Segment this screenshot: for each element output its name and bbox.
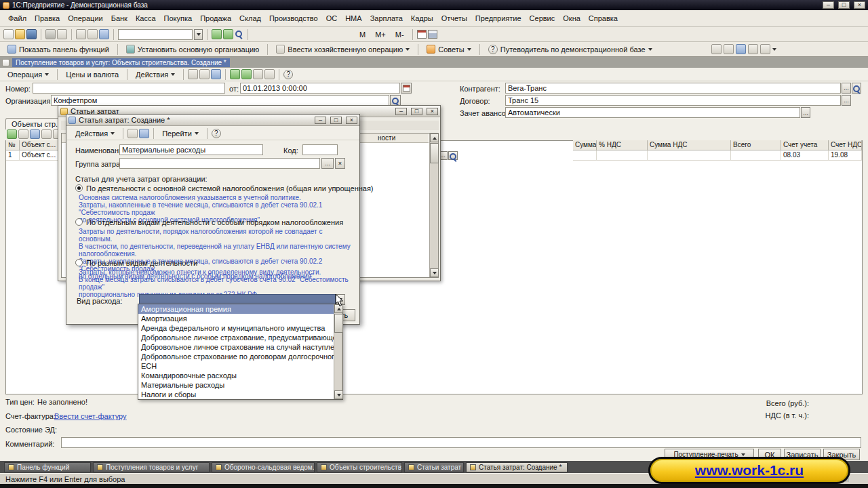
toolbar-combo[interactable] <box>118 29 193 40</box>
radio-mixed-activity[interactable] <box>75 259 83 266</box>
grid-row-sum[interactable] <box>573 150 597 161</box>
dialog-minimize-button[interactable]: – <box>315 117 326 124</box>
menu-fixed-assets[interactable]: ОС <box>322 12 342 24</box>
menu-cash[interactable]: Касса <box>132 12 160 24</box>
dropdown-item[interactable]: Добровольное личное страхование, предусм… <box>138 333 334 342</box>
forward-arrow-icon[interactable] <box>223 29 233 39</box>
scroll-down-icon[interactable] <box>430 268 439 277</box>
scroll-up-icon[interactable] <box>430 134 439 142</box>
menu-enterprise[interactable]: Предприятие <box>471 12 526 24</box>
grid-header-vat-percent[interactable]: % НДС <box>597 140 648 150</box>
menu-file[interactable]: Файл <box>4 12 31 24</box>
open-icon[interactable] <box>15 29 25 39</box>
code-input[interactable] <box>302 144 338 155</box>
group-input[interactable] <box>119 158 320 169</box>
grid-row-number[interactable]: 1 <box>6 150 20 161</box>
date-input[interactable]: 01.01.2013 0:00:00 <box>240 83 400 94</box>
business-operation-button[interactable]: Ввести хозяйственную операцию <box>272 43 414 56</box>
help-icon[interactable]: ? <box>283 70 293 79</box>
contract-select-button[interactable]: ... <box>842 95 851 106</box>
maximize-button[interactable]: □ <box>838 1 850 9</box>
service-icon[interactable] <box>748 44 758 54</box>
scroll-thumb[interactable] <box>430 143 439 163</box>
window-cascade-icon[interactable] <box>724 44 734 54</box>
radio-main-tax-system[interactable] <box>75 184 83 192</box>
more-tools-arrow-icon[interactable] <box>772 48 776 51</box>
toolbar-combo-arrow-icon[interactable] <box>194 29 203 40</box>
dropdown-item[interactable]: Командировочные расходы <box>138 371 334 380</box>
copy-icon[interactable] <box>87 29 98 39</box>
menu-hr[interactable]: Кадры <box>407 12 437 24</box>
advance-select-button[interactable]: ... <box>801 107 810 118</box>
cell-search-button[interactable] <box>448 151 458 160</box>
add-row-icon[interactable] <box>7 129 17 139</box>
grid-header-vat-sum[interactable]: Сумма НДС <box>648 140 731 150</box>
taskbar-tab-cost-items[interactable]: Статьи затрат <box>404 462 464 472</box>
window-tile-icon[interactable] <box>736 44 746 54</box>
set-main-organization-button[interactable]: Установить основную организацию <box>122 43 264 56</box>
post-document-icon[interactable] <box>211 69 221 79</box>
taskbar-tab-construction-objects[interactable]: Объекты строительства <box>317 462 402 472</box>
dialog-close-button[interactable]: × <box>346 117 357 124</box>
search-icon[interactable] <box>235 30 243 39</box>
scroll-thumb[interactable] <box>334 314 343 333</box>
list-scrollbar[interactable] <box>429 134 438 277</box>
sort-desc-icon[interactable] <box>241 69 252 79</box>
contractor-search-button[interactable] <box>852 83 861 94</box>
refresh-icon[interactable] <box>188 69 198 79</box>
taskbar-tab-function-panel[interactable]: Панель функций <box>4 462 91 472</box>
operation-menu-button[interactable]: Операция <box>3 68 53 81</box>
radio-mixed-activity-label[interactable]: По разным видам деятельности <box>86 258 197 268</box>
tips-button[interactable]: Советы <box>422 43 475 56</box>
organization-search-button[interactable] <box>390 95 401 106</box>
grid-row-vat-account[interactable]: 19.08 <box>829 150 862 161</box>
radio-special-tax-system-label[interactable]: По отдельным видам деятельности с особым… <box>86 218 343 227</box>
menu-bank[interactable]: Банк <box>107 12 132 24</box>
enter-invoice-link[interactable]: Ввести счет-фактуру <box>54 411 127 421</box>
grid-header-number[interactable]: № <box>6 140 20 150</box>
filter-icon[interactable] <box>253 69 263 79</box>
structure-icon[interactable] <box>264 69 275 79</box>
menu-salary[interactable]: Зарплата <box>366 12 407 24</box>
menu-windows[interactable]: Окна <box>559 12 585 24</box>
minimize-button[interactable]: – <box>823 1 834 9</box>
dialog-goto-button[interactable]: Перейти <box>158 127 203 140</box>
print-preview-icon[interactable] <box>57 29 67 39</box>
group-clear-button[interactable]: × <box>335 158 345 169</box>
menu-intangible-assets[interactable]: НМА <box>341 12 366 24</box>
dialog-help-icon[interactable]: ? <box>212 129 221 138</box>
copy-row-icon[interactable] <box>199 69 210 79</box>
print-icon[interactable] <box>45 29 56 39</box>
demo-guide-button[interactable]: ? Путеводитель по демонстрационной базе <box>484 43 656 56</box>
name-input[interactable]: Материальные расходы <box>119 144 263 155</box>
dropdown-item[interactable]: Амортизационная премия <box>138 304 334 314</box>
menu-operations[interactable]: Операции <box>64 12 106 24</box>
grid-header-account[interactable]: Счет учета <box>781 140 829 150</box>
list-close-button[interactable]: × <box>427 108 438 115</box>
scroll-down-icon[interactable] <box>334 390 343 399</box>
radio-main-tax-system-label[interactable]: По деятельности с основной системой нало… <box>86 184 374 193</box>
new-document-icon[interactable] <box>3 29 14 39</box>
delete-row-icon[interactable] <box>30 129 40 139</box>
radio-special-tax-system[interactable] <box>75 218 83 226</box>
window-list-icon[interactable] <box>711 44 722 54</box>
number-input[interactable] <box>33 83 225 94</box>
grid-row-total[interactable] <box>731 150 781 161</box>
grid-row-vat-percent[interactable] <box>597 150 648 161</box>
menu-purchase[interactable]: Покупка <box>160 12 197 24</box>
dropdown-item[interactable]: ЕСН <box>138 361 334 371</box>
dropdown-item[interactable]: Амортизация <box>138 314 334 323</box>
edit-row-icon[interactable] <box>18 129 28 139</box>
copy-icon[interactable] <box>139 129 149 138</box>
back-arrow-icon[interactable] <box>212 29 222 39</box>
dropdown-item[interactable]: Добровольное личное страхование на случа… <box>138 342 334 352</box>
menu-sale[interactable]: Продажа <box>196 12 235 24</box>
taskbar-tab-receipts-list[interactable]: Поступления товаров и услуг <box>93 462 210 472</box>
dropdown-scrollbar[interactable] <box>334 304 342 399</box>
comment-input[interactable] <box>61 437 861 448</box>
calendar-picker-button[interactable] <box>401 83 412 94</box>
dropdown-item[interactable]: Налоги и сборы <box>138 390 334 399</box>
dropdown-item[interactable]: Добровольное страхование по договорам до… <box>138 352 334 361</box>
reread-icon[interactable] <box>127 129 138 138</box>
contract-input[interactable]: Транс 15 <box>505 95 841 106</box>
